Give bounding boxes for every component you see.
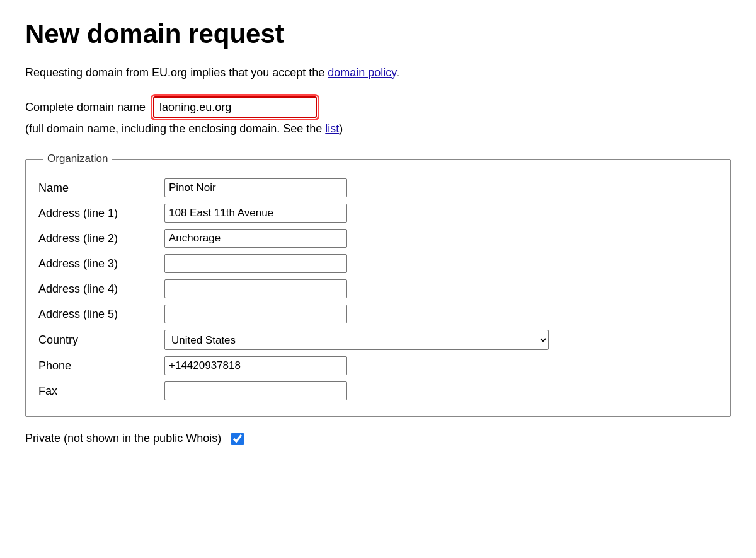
phone-input[interactable]: [164, 356, 347, 375]
org-field-row: Name: [38, 175, 718, 201]
fax-input[interactable]: [164, 381, 347, 400]
fax-label: Fax: [38, 378, 164, 404]
private-row: Private (not shown in the public Whois): [25, 432, 731, 445]
country-label: Country: [38, 327, 164, 353]
org-field-input[interactable]: [164, 254, 347, 273]
org-field-input[interactable]: [164, 178, 347, 197]
org-field-label: Name: [38, 175, 164, 201]
org-field-row: Address (line 2): [38, 226, 718, 251]
org-field-row: Address (line 5): [38, 301, 718, 327]
domain-name-input[interactable]: [153, 96, 317, 118]
org-field-label: Address (line 3): [38, 251, 164, 276]
domain-hint-before: (full domain name, including the enclosi…: [25, 122, 325, 135]
org-field-input[interactable]: [164, 204, 347, 223]
country-row: Country United States: [38, 327, 718, 353]
policy-text-before: Requesting domain from EU.org implies th…: [25, 66, 328, 79]
domain-label: Complete domain name: [25, 97, 146, 117]
policy-text-after: .: [396, 66, 399, 79]
org-field-row: Address (line 4): [38, 276, 718, 301]
org-field-row: Address (line 3): [38, 251, 718, 276]
domain-hint: (full domain name, including the enclosi…: [25, 120, 731, 137]
domain-list-link[interactable]: list: [325, 122, 339, 135]
policy-text: Requesting domain from EU.org implies th…: [25, 64, 731, 81]
org-field-label: Address (line 5): [38, 301, 164, 327]
org-field-row: Address (line 1): [38, 201, 718, 226]
phone-row: Phone: [38, 353, 718, 378]
organization-form: Name Address (line 1) Address (line 2) A…: [38, 175, 718, 404]
domain-name-row: Complete domain name: [25, 96, 731, 118]
org-field-label: Address (line 4): [38, 276, 164, 301]
domain-policy-link[interactable]: domain policy: [328, 66, 396, 79]
org-field-input[interactable]: [164, 229, 347, 248]
phone-label: Phone: [38, 353, 164, 378]
org-field-label: Address (line 1): [38, 201, 164, 226]
org-field-input[interactable]: [164, 279, 347, 298]
private-checkbox[interactable]: [231, 433, 244, 445]
private-label: Private (not shown in the public Whois): [25, 432, 221, 445]
organization-legend: Organization: [43, 153, 112, 165]
country-select[interactable]: United States: [164, 330, 549, 350]
fax-row: Fax: [38, 378, 718, 404]
organization-fieldset: Organization Name Address (line 1) Addre…: [25, 153, 731, 417]
org-field-label: Address (line 2): [38, 226, 164, 251]
page-title: New domain request: [25, 19, 731, 49]
domain-hint-after: ): [339, 122, 343, 135]
org-field-input[interactable]: [164, 305, 347, 323]
